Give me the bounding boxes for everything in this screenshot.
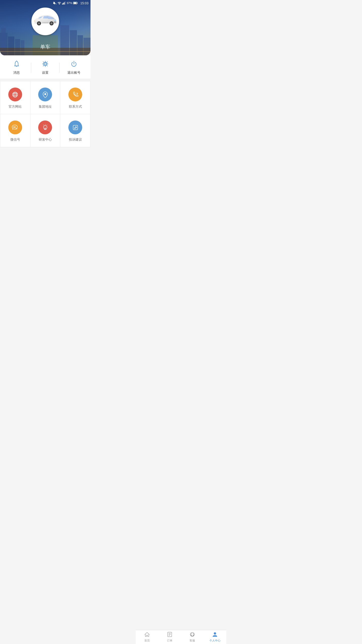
complaint-label: 投诉建议 (69, 137, 82, 142)
svg-line-44 (47, 125, 47, 125)
svg-line-43 (43, 125, 44, 125)
wechat-label: 微信号 (10, 137, 20, 142)
svg-rect-2 (62, 4, 63, 5)
bell-icon (13, 60, 20, 68)
globe-icon (8, 88, 22, 101)
svg-point-1 (59, 4, 60, 5)
svg-point-38 (44, 93, 46, 95)
contact-button[interactable]: 联系方式 (60, 81, 90, 114)
svg-rect-45 (73, 125, 78, 130)
status-time: 15:03 (80, 1, 88, 5)
logout-button[interactable]: 退出账号 (60, 60, 88, 75)
address-button[interactable]: 集团地址 (30, 81, 61, 114)
complaint-button[interactable]: 投诉建议 (60, 114, 90, 147)
wechat-icon (8, 120, 22, 134)
mute-icon (53, 2, 57, 5)
svg-point-39 (14, 127, 14, 127)
battery-percent: 97% (67, 2, 72, 5)
car-image: CHANGAN (33, 13, 58, 30)
contact-label: 联系方式 (69, 104, 82, 109)
messages-button[interactable]: 消息 (3, 60, 31, 75)
bottom-spacer (0, 147, 90, 162)
svg-point-26 (54, 20, 56, 21)
svg-point-27 (34, 20, 35, 21)
gear-icon (42, 60, 49, 68)
wifi-icon (58, 2, 61, 5)
svg-point-40 (15, 127, 16, 127)
address-label: 集团地址 (39, 104, 52, 109)
hero-username: 单车 (40, 44, 50, 50)
logout-label: 退出账号 (67, 70, 80, 75)
svg-point-22 (38, 23, 39, 24)
status-icons: 97% 15:03 (53, 1, 88, 5)
hero-section: CHANGAN 单车 (0, 0, 90, 55)
svg-rect-7 (74, 2, 76, 4)
phone-icon (68, 88, 82, 101)
avatar[interactable]: CHANGAN (31, 8, 59, 35)
grid-menu: 官方网站 集团地址 联系方式 (0, 81, 90, 147)
messages-label: 消息 (13, 70, 20, 75)
website-label: 官方网站 (9, 104, 22, 109)
svg-point-31 (44, 63, 46, 65)
svg-rect-5 (65, 2, 66, 5)
battery-icon (73, 2, 78, 5)
svg-point-25 (51, 23, 52, 24)
svg-rect-4 (64, 2, 65, 5)
svg-rect-28 (54, 21, 56, 23)
location-icon (38, 88, 52, 101)
status-bar: 97% 15:03 (0, 0, 90, 6)
website-button[interactable]: 官方网站 (0, 81, 30, 114)
rnd-label: 研发中心 (39, 137, 52, 142)
settings-label: 设置 (42, 70, 49, 75)
svg-text:CHANGAN: CHANGAN (42, 22, 48, 23)
bulb-icon (38, 120, 52, 134)
power-icon (70, 60, 77, 68)
wechat-button[interactable]: 微信号 (0, 114, 30, 147)
svg-rect-3 (63, 3, 64, 5)
rnd-button[interactable]: 研发中心 (30, 114, 61, 147)
quick-actions-bar: 消息 设置 退出账号 (0, 55, 90, 79)
settings-button[interactable]: 设置 (31, 60, 60, 75)
edit-icon (68, 120, 82, 134)
signal-icon (62, 2, 66, 5)
